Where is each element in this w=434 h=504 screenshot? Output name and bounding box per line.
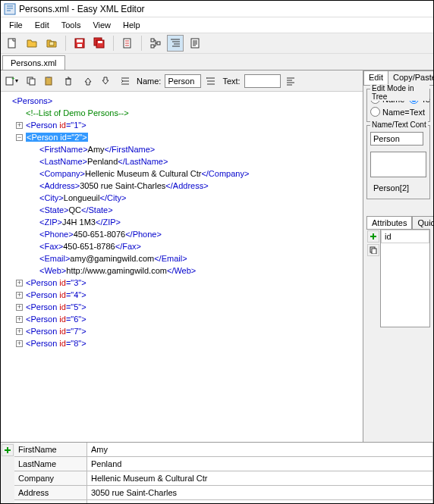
child-node-row[interactable]: CityLongueuil (14, 500, 433, 504)
add-node-button[interactable]: +▾ (4, 74, 19, 89)
window-title: Persons.xml - Easy XML Editor (19, 4, 145, 14)
menu-tools[interactable]: Tools (56, 19, 86, 31)
text-input[interactable] (244, 74, 281, 88)
svg-rect-12 (157, 42, 160, 45)
expand-icon[interactable]: + (16, 280, 23, 286)
node-name-input[interactable] (370, 132, 423, 146)
tree-row[interactable]: +<Person id="3"> (2, 277, 361, 289)
child-node-key: FirstName (14, 443, 87, 456)
save-all-button[interactable] (91, 35, 108, 52)
tree-row[interactable]: <LastName>Penland</LastName> (2, 155, 361, 167)
tree-row[interactable]: <Phone>450-651-8076</Phone> (2, 228, 361, 240)
tree-row[interactable]: +<Person id="1"> (2, 119, 361, 131)
tree-toolbar: +▾ Name: Text: (1, 70, 363, 92)
name-input[interactable] (165, 74, 201, 88)
add-child-button[interactable] (2, 444, 14, 456)
child-node-row[interactable]: LastNamePenland (14, 457, 433, 471)
child-node-value[interactable]: 3050 rue Saint-Charles (87, 486, 433, 499)
paste-button[interactable] (41, 74, 56, 89)
tree-row[interactable]: <Web>http://www.gamingwild.com</Web> (2, 265, 361, 277)
node-text-area[interactable] (370, 152, 426, 177)
properties-button[interactable] (119, 35, 136, 52)
list-view-button[interactable] (167, 35, 184, 52)
tree-row[interactable]: <State>QC</State> (2, 204, 361, 216)
child-node-value[interactable]: Amy (87, 443, 433, 456)
tree-view-button[interactable] (147, 35, 164, 52)
right-panel: Edit Copy/Paste Edit Mode in Tree Name T… (363, 70, 433, 442)
save-button[interactable] (71, 35, 88, 52)
child-node-key: Company (14, 471, 87, 485)
xml-tree[interactable]: <Persons><!--List of Demo Persons-->+<Pe… (1, 92, 363, 442)
menu-bar: File Edit Tools View Help (1, 17, 433, 33)
text-label: Text: (222, 77, 240, 86)
tree-row[interactable]: <Company>Hellenic Museum & Cultural Ctr<… (2, 167, 361, 180)
svg-rect-18 (46, 77, 52, 85)
expand-icon[interactable]: + (16, 316, 23, 323)
tree-row[interactable]: <Persons> (2, 95, 361, 107)
align-button[interactable] (283, 74, 298, 89)
name-text-group: Name/Text Cont Person[2] (366, 125, 430, 199)
attributes-tab[interactable]: Attributes (366, 216, 412, 229)
attributes-table[interactable]: id (380, 230, 430, 327)
delete-button[interactable] (61, 74, 76, 89)
expand-icon[interactable]: + (16, 340, 23, 347)
svg-rect-13 (191, 39, 199, 48)
open-file-button[interactable] (24, 35, 40, 52)
menu-edit[interactable]: Edit (30, 19, 55, 31)
child-node-value[interactable]: Longueuil (87, 500, 433, 504)
menu-file[interactable]: File (4, 19, 28, 31)
child-node-value[interactable]: Penland (87, 457, 433, 471)
tree-row[interactable]: +<Person id="5"> (2, 301, 361, 313)
svg-point-20 (206, 77, 207, 79)
menu-help[interactable]: Help (118, 19, 146, 31)
quick-tab[interactable]: Quick (412, 216, 433, 229)
tree-row[interactable]: +<Person id="4"> (2, 289, 361, 301)
svg-rect-8 (98, 41, 102, 43)
main-toolbar (1, 33, 433, 54)
attribute-name-cell[interactable]: id (381, 230, 429, 243)
editmode-nametext[interactable]: Name=Text (370, 107, 426, 117)
move-down-button[interactable] (98, 74, 113, 89)
new-file-button[interactable] (4, 35, 20, 52)
text-view-button[interactable] (187, 35, 203, 52)
tree-row[interactable]: <ZIP>J4H 1M3</ZIP> (2, 216, 361, 228)
right-tab-copypaste[interactable]: Copy/Paste (388, 70, 433, 85)
move-up-button[interactable] (80, 74, 96, 89)
bottom-panel: FirstNameAmyLastNamePenlandCompanyHellen… (1, 442, 433, 504)
tree-row[interactable]: <Fax>450-651-8786</Fax> (2, 240, 361, 252)
expand-icon[interactable]: + (16, 292, 23, 299)
copy-attribute-button[interactable] (367, 244, 379, 256)
child-node-value[interactable]: Hellenic Museum & Cultural Ctr (87, 471, 433, 485)
add-attribute-button[interactable] (367, 230, 379, 243)
right-tab-edit[interactable]: Edit (363, 70, 388, 85)
tree-row[interactable]: <!--List of Demo Persons--> (2, 107, 361, 119)
file-tab-persons[interactable]: Persons.xml (2, 55, 65, 70)
open-folder-button[interactable] (43, 35, 60, 52)
tree-row[interactable]: <FirstName>Amy</FirstName> (2, 143, 361, 155)
file-tabs: Persons.xml (1, 54, 433, 70)
child-node-row[interactable]: Address3050 rue Saint-Charles (14, 486, 433, 500)
copy-button[interactable] (24, 74, 39, 89)
expand-icon[interactable]: + (16, 122, 23, 129)
child-node-row[interactable]: FirstNameAmy (14, 443, 433, 457)
tree-row[interactable]: <City>Longueuil</City> (2, 192, 361, 204)
tree-row[interactable]: −<Person id="2"> (2, 131, 361, 143)
tree-row[interactable]: <Address>3050 rue Saint-Charles</Address… (2, 180, 361, 192)
title-bar: Persons.xml - Easy XML Editor (1, 1, 433, 17)
collapse-icon[interactable]: − (16, 134, 23, 141)
child-nodes-table[interactable]: FirstNameAmyLastNamePenlandCompanyHellen… (14, 443, 433, 504)
svg-rect-2 (49, 42, 54, 45)
tree-row[interactable]: +<Person id="7"> (2, 325, 361, 337)
indent-button[interactable] (118, 74, 133, 89)
tree-row[interactable]: +<Person id="8"> (2, 337, 361, 349)
svg-rect-22 (372, 249, 376, 254)
expand-icon[interactable]: + (16, 304, 23, 311)
list-icon[interactable] (203, 74, 219, 89)
tree-row[interactable]: +<Person id="6"> (2, 313, 361, 325)
expand-icon[interactable]: + (16, 328, 23, 335)
menu-view[interactable]: View (87, 19, 116, 31)
tree-row[interactable]: <Email>amy@gamingwild.com</Email> (2, 252, 361, 265)
child-node-row[interactable]: CompanyHellenic Museum & Cultural Ctr (14, 471, 433, 486)
name-label: Name: (137, 77, 161, 86)
child-node-key: Address (14, 486, 87, 499)
